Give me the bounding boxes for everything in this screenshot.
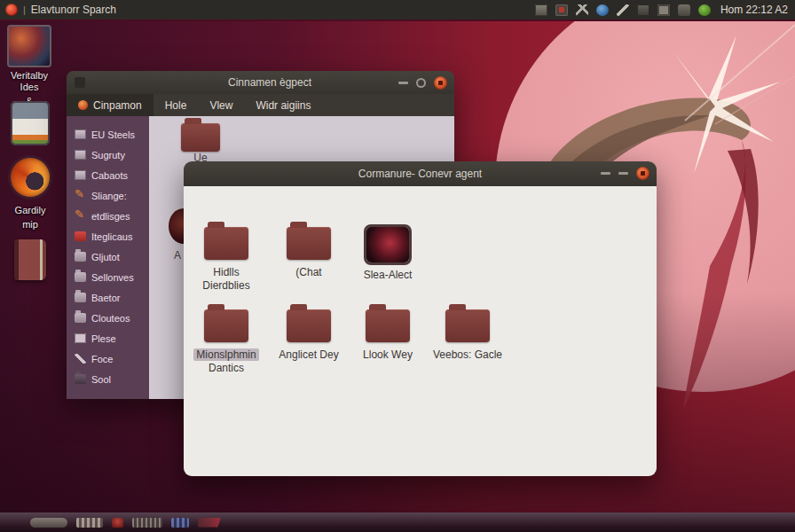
taskbar-entry[interactable] [132,518,162,528]
menu-item-label: Cinpamon [93,99,142,112]
security-icon [75,150,86,160]
desktop-icon-label: Gardily [7,205,53,216]
file-item-mionslphmin[interactable]: Mionslphmin Dantics [185,309,267,375]
sidebar-item-plese[interactable]: Plese [67,328,149,348]
sidebar-item-label: Clouteos [91,313,130,324]
folder-icon [287,309,331,342]
folder-icon [287,227,331,260]
folder-icon [75,313,86,323]
picture-icon [75,333,86,343]
file-item-anglicet-dey[interactable]: Anglicet Dey [268,309,350,362]
sidebar-item-cabaots[interactable]: Cabaots [67,165,149,185]
pen-icon[interactable] [617,4,629,16]
file-item-label: Veebos: Gacle [427,348,508,362]
taskbar-entry[interactable] [112,518,123,528]
file-item-label: Anglicet Dey [268,348,350,362]
file-item-label: Dierdblies [185,279,267,293]
dark-folder-icon [75,374,86,384]
menu-item-label: Widr aigiins [256,99,311,112]
minimize-icon[interactable] [398,82,408,84]
sidebar-item-sugruty[interactable]: Sugruty [67,145,149,165]
taskbar-entry[interactable] [76,518,103,528]
files-icon[interactable] [678,4,690,16]
front-window-titlebar[interactable]: Cormanure- Conevr agent [184,161,657,186]
top-panel: | Elavtunorr Sparch Hom 22:12 A2 [0,0,795,21]
folder-icon [366,309,410,342]
sidebar-item-label: Foce [91,354,113,364]
sidebar-item-clouteos[interactable]: Clouteos [67,308,149,328]
keyboard-icon[interactable] [535,4,547,16]
folder-icon [75,293,86,302]
desktop-icon-veritalby[interactable]: Veritalby Ides & [5,25,53,107]
desktop-icon-scene[interactable] [9,101,51,145]
sidebar-item-baetor[interactable]: Baetor [67,287,149,308]
devices-icon [75,170,86,180]
sidebar-item-eu-steels[interactable]: EU Steels [67,124,149,145]
distro-logo-icon[interactable] [5,4,18,16]
activities-button[interactable]: Elavtunorr Sparch [31,4,116,16]
launcher-icon[interactable] [555,4,568,16]
menu-item-hole[interactable]: Hole [153,94,199,116]
file-item-hidlls[interactable]: Hidlls Dierdblies [185,227,267,293]
file-item-llook-wey[interactable]: Llook Wey [347,309,429,362]
sidebar-item-iteglicaus[interactable]: Iteglicaus [67,226,149,246]
sidebar-item-label: Sugruty [91,150,125,160]
folder-icon [75,252,86,262]
image-file-icon [366,227,409,262]
book-icon [14,239,46,280]
folder-icon [445,309,490,342]
sidebar-item-label: EU Steels [91,129,135,140]
printer-icon[interactable] [637,4,649,16]
maximize-icon[interactable] [618,172,628,175]
front-window: Cormanure- Conevr agent Hidlls Dierdblie… [184,161,657,476]
computer-icon [75,129,86,139]
app-menu-icon [78,100,88,110]
file-item-label: A [174,249,181,262]
archive-icon[interactable] [657,4,670,16]
sidebar-item-label: Plese [91,333,116,344]
file-item-chat[interactable]: (Chat [268,227,350,279]
back-window-titlebar[interactable]: Cinnamen ègpect [67,71,454,94]
file-item-slea-alect[interactable]: Slea-Alect [347,227,429,282]
sidebar-item-label: Iteglicaus [91,231,132,242]
clock[interactable]: Hom 22:12 A2 [720,4,788,16]
minimize-icon[interactable] [601,172,610,175]
sidebar-item-sellonves[interactable]: Sellonves [67,267,149,287]
sidebar-item-label: Sellonves [91,272,134,283]
desktop-icon-label2: mip [7,219,53,231]
sidebar-item-label: Sliange: [91,191,127,201]
taskbar-entry[interactable] [198,518,221,528]
taskbar-entry[interactable] [30,518,67,528]
sidebar-item-etdlisges[interactable]: etdlisges [67,206,149,226]
system-tray: Hom 22:12 A2 [535,4,795,16]
file-item-label: Slea-Alect [347,269,429,282]
sidebar-item-sool[interactable]: Sool [67,369,149,389]
file-item-veebos-gacle[interactable]: Veebos: Gacle [427,309,508,362]
session-icon[interactable] [698,4,711,16]
menu-item-label: Vlew [209,99,232,112]
file-item-label: Hidlls [185,266,267,279]
close-icon[interactable] [636,167,649,180]
close-icon[interactable] [434,76,447,90]
menu-item-vlew[interactable]: Vlew [198,94,244,116]
file-item-label-selected: Mionslphmin [193,348,258,361]
menu-item-cinpamon[interactable]: Cinpamon [67,94,153,116]
panel-left: | Elavtunorr Sparch [0,4,116,16]
folder-icon [204,309,248,342]
file-item-ue[interactable]: Ue [176,123,225,164]
network-icon[interactable] [596,4,609,16]
sidebar-item-gljutot[interactable]: Gljutot [67,246,149,267]
folder-icon [204,227,248,260]
sidebar: EU Steels Sugruty Cabaots Sliange: etdli… [67,116,149,399]
sidebar-item-label: Cabaots [91,170,128,181]
menu-item-widr[interactable]: Widr aigiins [244,94,322,116]
maximize-icon[interactable] [416,78,426,88]
sidebar-item-foce[interactable]: Foce [67,348,149,369]
front-window-title: Cormanure- Conevr agent [184,168,657,180]
desktop-icon-gardily[interactable]: Gardily mip [7,158,53,231]
taskbar-entry[interactable] [171,518,189,528]
input-method-icon[interactable] [576,4,588,16]
desktop-icon-book[interactable] [9,239,51,280]
sidebar-item-label: etdlisges [91,211,130,222]
sidebar-item-sliange[interactable]: Sliange: [67,185,149,206]
